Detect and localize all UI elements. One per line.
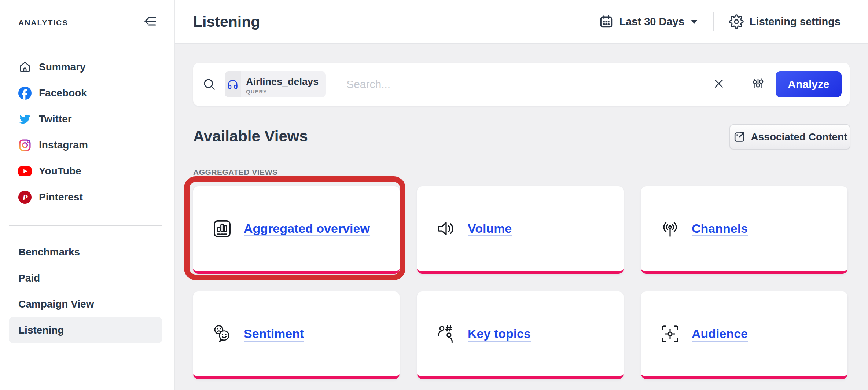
sidebar-item-label: Twitter <box>39 113 72 125</box>
sidebar-item-label: Facebook <box>39 87 87 99</box>
card-sentiment[interactable]: Sentiment <box>193 291 400 379</box>
instagram-icon <box>18 139 32 152</box>
filters-button[interactable] <box>751 77 765 92</box>
analytics-section-label: ANALYTICS <box>18 18 68 27</box>
search-bar-divider <box>738 74 738 94</box>
aggregated-views-group-label: AGGREGATED VIEWS <box>193 168 277 177</box>
gear-icon <box>729 14 744 29</box>
sidebar-secondary-nav: Benchmarks Paid Campaign View Listening <box>0 239 174 343</box>
sliders-icon <box>751 77 765 92</box>
sidebar-item-summary[interactable]: Summary <box>0 54 174 80</box>
home-icon <box>18 60 32 74</box>
sentiment-link[interactable]: Sentiment <box>244 327 304 341</box>
query-chip-type: QUERY <box>246 88 319 95</box>
associated-content-button[interactable]: Associated Content <box>729 124 850 150</box>
sidebar-item-facebook[interactable]: Facebook <box>0 80 174 106</box>
sidebar-item-pinterest[interactable]: P Pinterest <box>0 184 174 210</box>
main-content: Airlines_delays QUERY <box>175 44 868 390</box>
close-icon <box>713 78 724 91</box>
sidebar-item-label: Paid <box>18 272 40 284</box>
sidebar-item-label: Benchmarks <box>18 246 80 258</box>
clear-search-button[interactable] <box>713 78 724 91</box>
sidebar-item-campaign-view[interactable]: Campaign View <box>9 291 162 317</box>
query-chip[interactable]: Airlines_delays QUERY <box>225 71 326 97</box>
audience-focus-icon <box>659 323 681 345</box>
top-bar-controls: Last 30 Days Listening settings <box>599 0 841 43</box>
listening-settings-button[interactable]: Listening settings <box>729 14 841 29</box>
sidebar: ANALYTICS Summar <box>0 0 175 390</box>
calendar-icon <box>599 14 614 29</box>
youtube-icon <box>18 165 32 178</box>
associated-content-icon <box>733 130 746 144</box>
search-bar: Airlines_delays QUERY <box>193 63 850 106</box>
available-views-heading: Available Views <box>193 128 308 145</box>
sidebar-primary-nav: Summary Facebook Twitter <box>0 54 174 210</box>
card-channels[interactable]: Channels <box>641 186 847 274</box>
top-bar-divider <box>713 12 714 31</box>
sidebar-item-label: Pinterest <box>39 191 83 203</box>
svg-text:P: P <box>22 192 28 202</box>
sidebar-divider <box>9 225 162 226</box>
key-topics-icon <box>435 323 457 345</box>
search-icon <box>203 78 216 91</box>
sidebar-item-label: Summary <box>39 61 86 73</box>
card-aggregated-overview[interactable]: Aggregated overview <box>193 186 400 274</box>
page-title: Listening <box>193 13 260 30</box>
date-range-label: Last 30 Days <box>619 16 684 28</box>
sidebar-item-label: Campaign View <box>18 298 94 310</box>
sidebar-item-label: YouTube <box>39 165 81 177</box>
card-key-topics[interactable]: Key topics <box>417 291 624 379</box>
aggregated-overview-link[interactable]: Aggregated overview <box>244 221 370 236</box>
analytics-app: ANALYTICS Summar <box>0 0 868 390</box>
audience-link[interactable]: Audience <box>692 327 748 341</box>
sidebar-item-label: Listening <box>18 324 64 336</box>
sidebar-item-paid[interactable]: Paid <box>9 265 162 291</box>
sidebar-item-listening[interactable]: Listening <box>9 317 162 343</box>
twitter-icon <box>18 113 32 126</box>
associated-content-label: Associated Content <box>751 131 847 143</box>
top-bar: Listening Last 30 Days <box>175 0 868 44</box>
sidebar-item-twitter[interactable]: Twitter <box>0 106 174 132</box>
sidebar-item-label: Instagram <box>39 139 88 151</box>
sidebar-item-instagram[interactable]: Instagram <box>0 132 174 158</box>
speaker-icon <box>435 218 457 239</box>
sidebar-item-benchmarks[interactable]: Benchmarks <box>9 239 162 265</box>
views-cards-grid: Aggregated overview Volume <box>193 186 847 379</box>
search-input[interactable] <box>346 78 713 91</box>
key-topics-link[interactable]: Key topics <box>468 327 531 341</box>
card-volume[interactable]: Volume <box>417 186 624 274</box>
collapse-sidebar-button[interactable] <box>142 14 158 30</box>
antenna-icon <box>659 218 681 239</box>
query-chip-name: Airlines_delays <box>246 76 319 87</box>
date-range-button[interactable]: Last 30 Days <box>599 14 698 29</box>
pinterest-icon: P <box>18 191 32 204</box>
query-chip-text: Airlines_delays QUERY <box>241 71 326 97</box>
analyze-button[interactable]: Analyze <box>776 71 842 97</box>
headphones-icon <box>225 71 241 97</box>
facebook-icon <box>18 87 32 100</box>
caret-down-icon <box>691 20 698 24</box>
listening-settings-label: Listening settings <box>750 16 841 28</box>
channels-link[interactable]: Channels <box>692 221 748 236</box>
bar-chart-icon <box>212 218 233 239</box>
sentiment-faces-icon <box>212 323 233 345</box>
volume-link[interactable]: Volume <box>468 221 512 236</box>
collapse-sidebar-icon <box>144 16 157 28</box>
sidebar-item-youtube[interactable]: YouTube <box>0 158 174 184</box>
card-audience[interactable]: Audience <box>641 291 847 379</box>
